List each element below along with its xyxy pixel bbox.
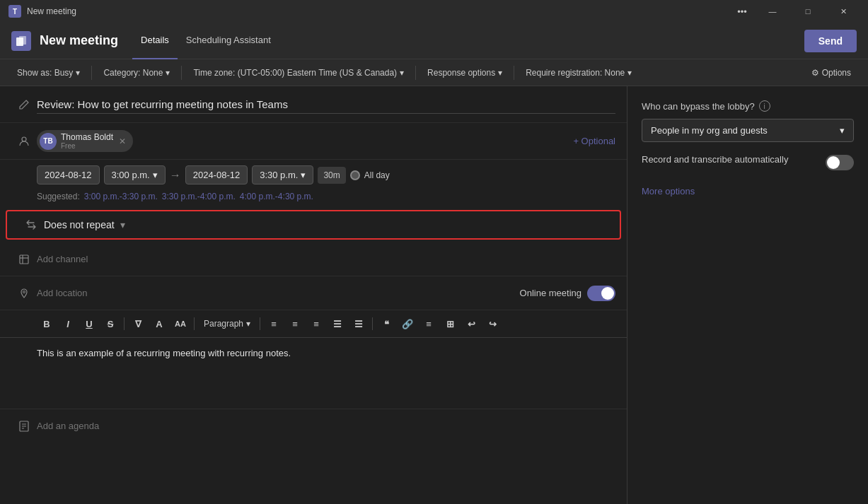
- registration-chevron: ▾: [627, 68, 632, 78]
- meeting-title-input[interactable]: [37, 95, 615, 114]
- response-options-chevron: ▾: [498, 68, 502, 78]
- tab-details[interactable]: Details: [132, 23, 178, 59]
- suggested-time-3[interactable]: 4:00 p.m.-4:30 p.m.: [240, 192, 313, 201]
- registration-dropdown[interactable]: Require registration: None ▾: [520, 65, 637, 81]
- agenda-input[interactable]: [37, 421, 615, 431]
- more-format-button[interactable]: ≡: [419, 315, 439, 333]
- send-button[interactable]: Send: [804, 30, 857, 52]
- quote-button[interactable]: ❝: [376, 315, 396, 333]
- toolbar-separator-2: [181, 66, 182, 80]
- show-as-label: Show as: Busy: [17, 68, 73, 78]
- agenda-row: [0, 409, 627, 443]
- avatar: TB: [40, 133, 57, 150]
- info-icon[interactable]: i: [759, 100, 770, 112]
- svg-rect-1: [19, 36, 26, 45]
- repeat-row[interactable]: Does not repeat ▾: [6, 210, 621, 240]
- channel-row: [0, 242, 627, 276]
- titlebar-title: New meeting: [27, 6, 76, 16]
- optional-link[interactable]: + Optional: [573, 136, 615, 146]
- body-text[interactable]: This is an example of a recurring meetin…: [37, 346, 615, 389]
- online-meeting-label: Online meeting: [520, 288, 581, 298]
- agenda-icon: [11, 421, 37, 432]
- category-chevron: ▾: [166, 68, 170, 78]
- location-input[interactable]: [37, 288, 520, 298]
- timezone-chevron: ▾: [400, 68, 404, 78]
- lobby-dropdown[interactable]: People in my org and guests ▾: [642, 119, 854, 142]
- repeat-select[interactable]: Does not repeat ▾: [44, 219, 125, 230]
- show-as-dropdown[interactable]: Show as: Busy ▾: [11, 65, 86, 81]
- svg-point-2: [22, 137, 26, 141]
- paragraph-dropdown[interactable]: Paragraph ▾: [198, 317, 256, 331]
- close-button[interactable]: ✕: [827, 0, 860, 23]
- repeat-icon: [18, 218, 44, 231]
- show-as-chevron: ▾: [76, 68, 80, 78]
- allday-toggle-circle[interactable]: [350, 170, 360, 180]
- lobby-label: Who can bypass the lobby? i: [642, 100, 854, 112]
- timezone-dropdown[interactable]: Time zone: (UTC-05:00) Eastern Time (US …: [187, 65, 410, 81]
- highlight-button[interactable]: ∇: [128, 315, 148, 333]
- minimize-button[interactable]: —: [756, 0, 789, 23]
- link-button[interactable]: 🔗: [398, 315, 417, 333]
- titlebar-left: T New meeting: [8, 5, 76, 18]
- underline-button[interactable]: U: [79, 315, 99, 333]
- undo-button[interactable]: ↩: [461, 315, 481, 333]
- body-text-area: This is an example of a recurring meetin…: [0, 338, 627, 409]
- numbering-button[interactable]: ☰: [349, 315, 369, 333]
- attendee-chip: TB Thomas Boldt Free ✕: [37, 130, 133, 152]
- allday-toggle[interactable]: All day: [350, 170, 390, 180]
- align-left-button[interactable]: ≡: [264, 315, 284, 333]
- paragraph-chevron: ▾: [246, 319, 250, 329]
- remove-attendee-button[interactable]: ✕: [119, 136, 126, 146]
- response-options-dropdown[interactable]: Response options ▾: [422, 65, 508, 81]
- location-icon: [11, 288, 37, 299]
- titlebar: T New meeting ••• — □ ✕: [0, 0, 868, 23]
- app-header-left: New meeting Details Scheduling Assistant: [11, 23, 279, 59]
- restore-button[interactable]: □: [792, 0, 824, 23]
- suggested-time-1[interactable]: 3:00 p.m.-3:30 p.m.: [84, 192, 158, 201]
- toolbar-right: ⚙ Options: [806, 65, 857, 81]
- align-right-button[interactable]: ≡: [306, 315, 326, 333]
- font-size-button[interactable]: AA: [170, 315, 190, 333]
- suggested-time-2[interactable]: 3:30 p.m.-4:00 p.m.: [162, 192, 236, 201]
- bold-button[interactable]: B: [37, 315, 57, 333]
- app-logo-icon: [11, 31, 31, 51]
- bullets-button[interactable]: ☰: [328, 315, 347, 333]
- pencil-icon: [11, 99, 37, 110]
- svg-point-6: [23, 291, 25, 293]
- end-date-picker[interactable]: 2024-08-12: [185, 165, 248, 184]
- category-dropdown[interactable]: Category: None ▾: [98, 65, 175, 81]
- rte-toolbar: B I U S ∇ A AA Paragraph ▾ ≡ ≡ ≡ ☰ ☰ ❝ 🔗…: [0, 310, 627, 338]
- right-panel: Who can bypass the lobby? i People in my…: [627, 86, 868, 504]
- end-date-value: 2024-08-12: [193, 170, 241, 180]
- app-tabs: Details Scheduling Assistant: [132, 23, 279, 59]
- app-icon: T: [8, 5, 21, 18]
- record-toggle[interactable]: [826, 155, 854, 170]
- rte-separator-4: [372, 317, 373, 330]
- end-time-chevron: ▾: [301, 170, 306, 180]
- lobby-chevron: ▾: [840, 125, 845, 136]
- online-meeting-toggle[interactable]: [587, 286, 615, 301]
- more-options-titlebar[interactable]: •••: [731, 0, 753, 23]
- start-time-picker[interactable]: 3:00 p.m. ▾: [104, 165, 166, 184]
- tab-scheduling-assistant[interactable]: Scheduling Assistant: [178, 23, 279, 59]
- channel-input[interactable]: [37, 254, 615, 264]
- toolbar-separator-4: [514, 66, 514, 80]
- end-time-value: 3:30 p.m.: [260, 170, 298, 180]
- title-input-container: [37, 95, 615, 114]
- toolbar-row: Show as: Busy ▾ Category: None ▾ Time zo…: [0, 59, 868, 86]
- strikethrough-button[interactable]: S: [100, 315, 120, 333]
- table-button[interactable]: ⊞: [440, 315, 460, 333]
- paragraph-label: Paragraph: [204, 319, 243, 329]
- toolbar-separator-3: [415, 66, 416, 80]
- redo-button[interactable]: ↪: [482, 315, 502, 333]
- titlebar-controls: ••• — □ ✕: [731, 0, 860, 23]
- end-time-picker[interactable]: 3:30 p.m. ▾: [252, 165, 313, 184]
- options-button[interactable]: ⚙ Options: [806, 65, 857, 81]
- title-row: [0, 86, 627, 123]
- font-color-button[interactable]: A: [149, 315, 169, 333]
- more-options-link[interactable]: More options: [642, 186, 854, 197]
- start-date-picker[interactable]: 2024-08-12: [37, 165, 100, 184]
- repeat-chevron: ▾: [120, 219, 125, 230]
- italic-button[interactable]: I: [58, 315, 78, 333]
- align-center-button[interactable]: ≡: [285, 315, 305, 333]
